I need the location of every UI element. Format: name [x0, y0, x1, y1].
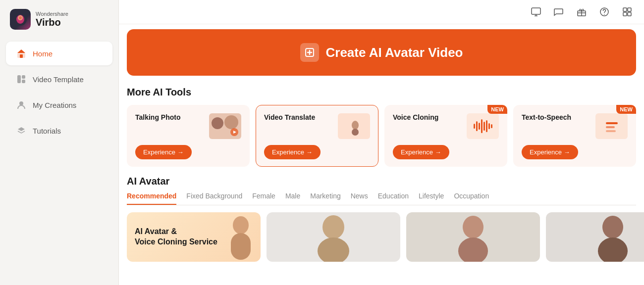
tool-card-header: Talking Photo	[135, 113, 241, 139]
nav-my-creations[interactable]: My Creations	[6, 93, 112, 117]
voice-cloning-thumbnail	[467, 113, 499, 139]
gift-icon[interactable]	[575, 5, 589, 19]
svg-point-21	[352, 121, 359, 130]
avatar-tabs: Recommended Fixed Background Female Male…	[127, 192, 636, 205]
svg-point-32	[602, 216, 623, 238]
svg-point-28	[322, 215, 344, 239]
nav-video-template[interactable]: Video Template	[6, 67, 112, 91]
avatar-card-person-1[interactable]	[267, 212, 400, 262]
video-translate-thumbnail	[338, 113, 370, 139]
svg-rect-31	[458, 238, 488, 262]
nav-tutorials-label: Tutorials	[33, 127, 61, 135]
tab-male[interactable]: Male	[285, 192, 300, 205]
avatars-grid: AI Avatar & Voice Cloning Service	[127, 212, 636, 262]
avatar-section-title: AI Avatar	[127, 176, 636, 187]
avatar-card-person-3[interactable]	[546, 212, 644, 262]
tab-marketing[interactable]: Marketing	[310, 192, 340, 205]
tools-grid: Talking Photo Experience → Video Trans	[127, 105, 636, 167]
main-content: Create AI Avatar Video More AI Tools Tal…	[119, 0, 644, 285]
experience-btn-voice-cloning[interactable]: Experience →	[393, 145, 449, 159]
svg-rect-27	[231, 233, 251, 260]
tab-education[interactable]: Education	[378, 192, 409, 205]
topbar	[119, 0, 644, 24]
home-icon	[16, 48, 27, 59]
app-logo-icon	[10, 9, 31, 30]
new-badge-tts: NEW	[616, 105, 636, 114]
svg-point-13	[604, 14, 605, 15]
brand-label: Wondershare	[36, 11, 68, 17]
svg-rect-24	[606, 126, 615, 128]
nav-home[interactable]: Home	[6, 42, 112, 65]
tools-section: More AI Tools Talking Photo Experience →	[119, 81, 644, 171]
svg-rect-10	[532, 8, 540, 14]
tool-card-video-translate[interactable]: Video Translate Experience →	[256, 105, 378, 167]
svg-rect-22	[352, 129, 359, 136]
tool-card-header: Video Translate	[264, 113, 370, 139]
tool-title-voice-cloning: Voice Cloning	[393, 113, 438, 121]
tab-fixed-background[interactable]: Fixed Background	[186, 192, 242, 205]
hero-title: Create AI Avatar Video	[326, 45, 463, 60]
hero-banner[interactable]: Create AI Avatar Video	[127, 29, 636, 76]
tab-occupation[interactable]: Occupation	[454, 192, 489, 205]
special-card-illustration	[226, 215, 256, 262]
svg-point-26	[233, 216, 249, 234]
experience-btn-talking-photo[interactable]: Experience →	[135, 145, 192, 159]
template-icon	[16, 74, 27, 85]
svg-rect-17	[628, 12, 631, 16]
svg-rect-15	[628, 8, 631, 11]
svg-rect-23	[606, 122, 618, 124]
tool-title-talking-photo: Talking Photo	[135, 113, 181, 121]
experience-btn-tts[interactable]: Experience →	[522, 145, 578, 159]
tools-section-title: More AI Tools	[127, 87, 636, 98]
svg-rect-25	[606, 130, 616, 132]
svg-point-9	[19, 101, 23, 105]
svg-rect-33	[598, 238, 628, 262]
tab-female[interactable]: Female	[252, 192, 275, 205]
svg-rect-16	[623, 12, 627, 16]
avatar-card-special[interactable]: AI Avatar & Voice Cloning Service	[127, 212, 261, 262]
nav-tutorials[interactable]: Tutorials	[6, 119, 112, 142]
sidebar: Wondershare Virbo Home Video Template	[0, 0, 119, 285]
tool-card-talking-photo[interactable]: Talking Photo Experience →	[127, 105, 250, 167]
talking-photo-thumbnail	[209, 113, 241, 139]
nav-video-template-label: Video Template	[33, 75, 84, 84]
app-name-label: Virbo	[36, 17, 68, 28]
svg-rect-7	[22, 75, 25, 79]
svg-rect-29	[318, 238, 349, 262]
tool-title-video-translate: Video Translate	[264, 113, 315, 121]
tab-news[interactable]: News	[351, 192, 368, 205]
nav-my-creations-label: My Creations	[33, 101, 76, 109]
tab-lifestyle[interactable]: Lifestyle	[419, 192, 444, 205]
grid-icon[interactable]	[620, 5, 634, 19]
tutorials-icon	[16, 125, 27, 136]
svg-rect-14	[623, 8, 627, 11]
svg-rect-5	[20, 54, 23, 58]
tool-card-text-to-speech[interactable]: NEW Text-to-Speech Experience →	[513, 105, 636, 167]
avatar-card-person-2[interactable]	[406, 212, 540, 262]
svg-rect-8	[22, 80, 25, 83]
experience-btn-video-translate[interactable]: Experience →	[264, 145, 321, 159]
logo-text: Wondershare Virbo	[36, 11, 68, 28]
tab-recommended[interactable]: Recommended	[127, 192, 176, 205]
tool-card-header: Voice Cloning	[393, 113, 499, 139]
logo-area: Wondershare Virbo	[0, 0, 118, 41]
tool-card-voice-cloning[interactable]: NEW Voice Cloning	[384, 105, 507, 167]
svg-rect-6	[17, 75, 21, 83]
svg-point-30	[463, 216, 483, 238]
hero-plus-icon	[300, 43, 319, 62]
new-badge-voice-cloning: NEW	[487, 105, 507, 114]
avatar-section: AI Avatar Recommended Fixed Background F…	[119, 171, 644, 266]
svg-point-3	[19, 16, 22, 19]
tts-thumbnail	[595, 113, 628, 139]
nav-home-label: Home	[33, 49, 53, 58]
tool-title-tts: Text-to-Speech	[522, 113, 571, 121]
chat-icon[interactable]	[552, 5, 566, 19]
help-icon[interactable]	[597, 5, 611, 19]
monitor-icon[interactable]	[529, 5, 543, 19]
creations-icon	[16, 99, 27, 110]
tool-card-header: Text-to-Speech	[522, 113, 628, 139]
